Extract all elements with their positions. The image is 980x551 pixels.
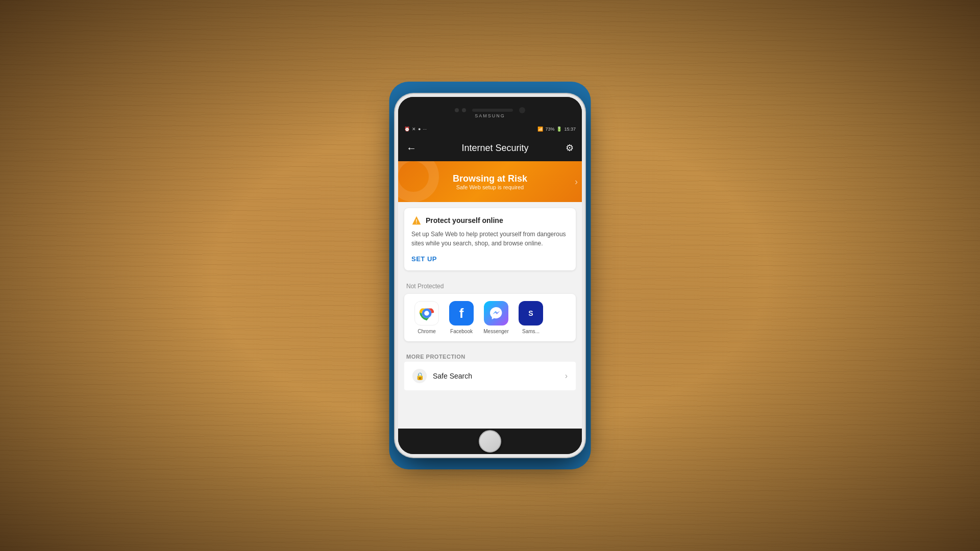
status-x-icon: ✕ <box>412 127 416 132</box>
messenger-app-icon <box>484 301 508 325</box>
samsung-app-icon: S <box>519 301 543 325</box>
messenger-label: Messenger <box>483 329 508 334</box>
settings-button[interactable]: ⚙ <box>566 142 574 154</box>
not-protected-label: Not Protected <box>398 277 582 294</box>
scroll-content[interactable]: ! Protect yourself online Set up Safe We… <box>398 202 582 429</box>
safe-search-item[interactable]: 🔒 Safe Search › <box>404 362 576 390</box>
status-face-icon: ● <box>418 127 421 132</box>
banner-arrow-icon: › <box>575 177 582 187</box>
safe-search-label: Safe Search <box>433 372 559 380</box>
list-item: Chrome <box>411 301 442 334</box>
app-content: ← Internet Security ⚙ Browsing at Risk S… <box>398 135 582 429</box>
list-item: Messenger <box>481 301 511 334</box>
chevron-right-icon: › <box>565 371 568 381</box>
warning-card-body: Set up Safe Web to help protect yourself… <box>411 230 569 248</box>
phone-body: SAMSUNG ⏰ ✕ ● ··· 📶 73% 🔋 15:37 ← Intern… <box>398 97 582 454</box>
app-header: ← Internet Security ⚙ <box>398 135 582 161</box>
bottom-bezel <box>398 429 582 454</box>
status-bar: ⏰ ✕ ● ··· 📶 73% 🔋 15:37 <box>398 123 582 135</box>
more-protection-label: MORE PROTECTION <box>398 347 582 362</box>
svg-text:!: ! <box>415 219 417 224</box>
chrome-logo-svg <box>417 304 436 323</box>
camera-area <box>455 108 466 112</box>
phone-wrapper: SAMSUNG ⏰ ✕ ● ··· 📶 73% 🔋 15:37 ← Intern… <box>398 97 582 454</box>
camera-dot-1 <box>455 108 459 112</box>
banner-decorative-circle <box>398 161 439 202</box>
messenger-logo-svg <box>489 306 503 320</box>
samsung-s-letter: S <box>528 309 533 317</box>
facebook-f-letter: f <box>459 306 464 321</box>
battery-icon: 🔋 <box>556 127 562 132</box>
speaker-grille <box>472 109 513 112</box>
list-item: S Sams... <box>516 301 546 334</box>
warning-card-title: Protect yourself online <box>426 216 503 224</box>
time-display: 15:37 <box>564 127 576 132</box>
safe-search-icon: 🔒 <box>412 369 427 383</box>
app-title: Internet Security <box>425 143 566 154</box>
samsung-label: Sams... <box>522 329 540 334</box>
samsung-logo: SAMSUNG <box>475 113 505 118</box>
app-icons-row: Chrome f Facebook <box>411 301 569 334</box>
warning-card: ! Protect yourself online Set up Safe We… <box>404 208 576 270</box>
chrome-label: Chrome <box>418 329 436 334</box>
svg-point-3 <box>424 311 429 316</box>
status-dots: ··· <box>423 127 427 132</box>
warning-triangle-icon: ! <box>411 215 422 226</box>
facebook-app-icon: f <box>449 301 474 325</box>
banner-subtitle: Safe Web setup is required <box>456 184 524 190</box>
chrome-app-icon <box>414 301 439 325</box>
status-left-icons: ⏰ ✕ ● ··· <box>404 127 427 132</box>
banner-title: Browsing at Risk <box>453 173 527 184</box>
list-item: f Facebook <box>446 301 477 334</box>
battery-text: 73% <box>545 127 554 132</box>
not-protected-card: Chrome f Facebook <box>404 294 576 341</box>
setup-link[interactable]: SET UP <box>411 255 437 263</box>
front-camera <box>519 107 525 113</box>
home-button[interactable] <box>479 430 501 453</box>
wifi-icon: 📶 <box>537 127 543 132</box>
back-button[interactable]: ← <box>406 142 416 154</box>
status-clock-icon: ⏰ <box>404 127 410 132</box>
status-right-info: 📶 73% 🔋 15:37 <box>537 127 576 132</box>
orange-banner: Browsing at Risk Safe Web setup is requi… <box>398 161 582 202</box>
camera-dot-2 <box>462 108 466 112</box>
top-bezel: SAMSUNG <box>398 97 582 123</box>
facebook-label: Facebook <box>450 329 473 334</box>
warning-header: ! Protect yourself online <box>411 215 569 226</box>
